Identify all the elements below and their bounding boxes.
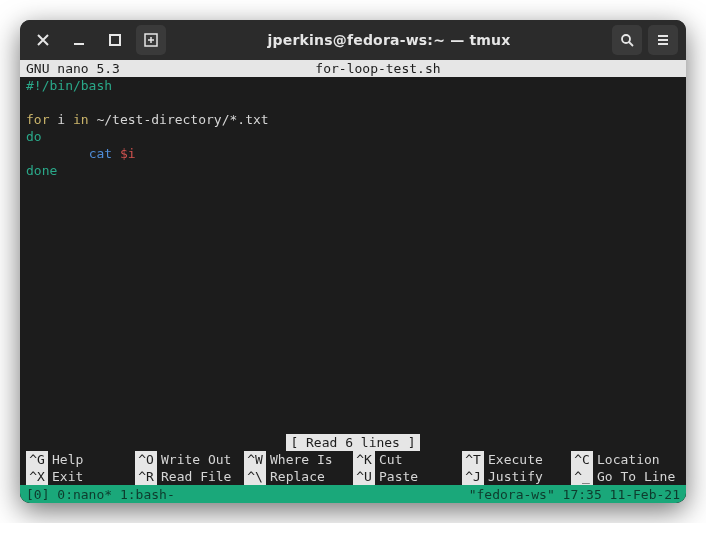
nano-version: GNU nano 5.3	[26, 60, 136, 77]
shortcut-where-is: ^WWhere Is	[244, 451, 353, 468]
terminal-content[interactable]: GNU nano 5.3 for-loop-test.sh #!/bin/bas…	[20, 60, 686, 503]
menu-button[interactable]	[648, 25, 678, 55]
nano-header: GNU nano 5.3 for-loop-test.sh	[20, 60, 686, 77]
terminal-window: jperkins@fedora-ws:~ — tmux GNU nano 5.3…	[20, 20, 686, 503]
hamburger-icon	[656, 33, 670, 47]
shortcut-paste: ^UPaste	[353, 468, 462, 485]
nano-status: [ Read 6 lines ]	[286, 434, 419, 451]
shortcut-location: ^CLocation	[571, 451, 680, 468]
code-line: for i in ~/test-directory/*.txt	[20, 111, 686, 128]
shortcut-go-to-line: ^_Go To Line	[571, 468, 680, 485]
window-title: jperkins@fedora-ws:~ — tmux	[172, 32, 606, 48]
tmux-right: "fedora-ws" 17:35 11-Feb-21	[469, 486, 680, 503]
maximize-icon	[108, 33, 122, 47]
svg-rect-0	[74, 43, 84, 45]
shortcut-replace: ^\Replace	[244, 468, 353, 485]
nano-filename: for-loop-test.sh	[136, 60, 620, 77]
nano-shortcuts-row-1: ^GHelp ^OWrite Out ^WWhere Is ^KCut ^TEx…	[20, 451, 686, 468]
shortcut-execute: ^TExecute	[462, 451, 571, 468]
code-line	[20, 94, 686, 111]
shortcut-write-out: ^OWrite Out	[135, 451, 244, 468]
tmux-windows: [0] 0:nano* 1:bash-	[26, 486, 469, 503]
svg-point-3	[622, 35, 630, 43]
nano-shortcuts-row-2: ^XExit ^RRead File ^\Replace ^UPaste ^JJ…	[20, 468, 686, 485]
search-button[interactable]	[612, 25, 642, 55]
shortcut-help: ^GHelp	[26, 451, 135, 468]
shortcut-read-file: ^RRead File	[135, 468, 244, 485]
titlebar: jperkins@fedora-ws:~ — tmux	[20, 20, 686, 60]
search-icon	[620, 33, 634, 47]
code-line: cat $i	[20, 145, 686, 162]
minimize-button[interactable]	[64, 25, 94, 55]
maximize-button[interactable]	[100, 25, 130, 55]
close-button[interactable]	[28, 25, 58, 55]
tmux-status-bar: [0] 0:nano* 1:bash- "fedora-ws" 17:35 11…	[20, 485, 686, 503]
new-tab-button[interactable]	[136, 25, 166, 55]
code-line: done	[20, 162, 686, 179]
plus-box-icon	[144, 33, 158, 47]
shortcut-justify: ^JJustify	[462, 468, 571, 485]
shortcut-exit: ^XExit	[26, 468, 135, 485]
code-line: do	[20, 128, 686, 145]
code-line: #!/bin/bash	[20, 77, 686, 94]
nano-status-row: [ Read 6 lines ]	[20, 434, 686, 451]
svg-rect-1	[110, 35, 120, 45]
close-icon	[36, 33, 50, 47]
editor-empty-area	[20, 179, 686, 434]
minimize-icon	[72, 33, 86, 47]
shortcut-cut: ^KCut	[353, 451, 462, 468]
